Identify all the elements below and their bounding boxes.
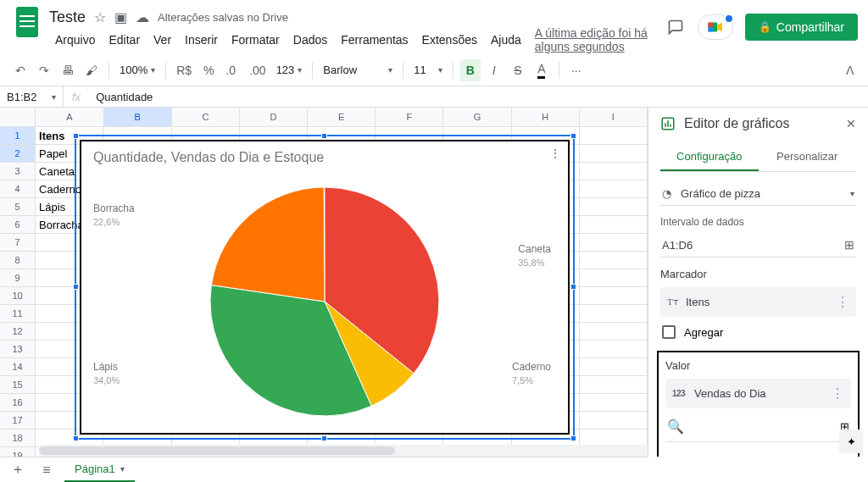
menu-arquivo[interactable]: Arquivo <box>49 30 101 49</box>
meet-button[interactable] <box>698 14 733 40</box>
aggregate-checkbox-row[interactable]: Agregar <box>662 325 856 339</box>
col-header-B[interactable]: B <box>104 108 172 126</box>
cell-I5[interactable] <box>580 198 648 216</box>
select-all-corner[interactable] <box>0 108 36 126</box>
col-header-I[interactable]: I <box>580 108 648 126</box>
cell-I6[interactable] <box>580 216 648 234</box>
name-box[interactable]: B1:B2▾ <box>0 86 64 107</box>
bold-button[interactable]: B <box>460 59 481 81</box>
row-header-15[interactable]: 15 <box>0 376 36 394</box>
cell-I7[interactable] <box>580 234 648 252</box>
menu-ferramentas[interactable]: Ferramentas <box>335 30 414 49</box>
col-header-C[interactable]: C <box>172 108 240 126</box>
collapse-toolbar-button[interactable]: ᐱ <box>846 64 854 77</box>
menu-editar[interactable]: Editar <box>103 30 146 49</box>
star-icon[interactable]: ☆ <box>94 9 106 25</box>
row-header-12[interactable]: 12 <box>0 323 36 341</box>
row-header-14[interactable]: 14 <box>0 358 36 376</box>
more-icon[interactable]: ⋮ <box>836 294 849 310</box>
percent-button[interactable]: % <box>198 59 219 81</box>
spreadsheet-grid[interactable]: ABCDEFGHI 1Itens2Papel3Caneta4Caderno5Lá… <box>0 108 648 457</box>
more-tools-button[interactable]: ··· <box>566 59 587 81</box>
cell-I16[interactable] <box>580 394 648 412</box>
row-header-3[interactable]: 3 <box>0 163 36 180</box>
menu-dados[interactable]: Dados <box>287 30 333 49</box>
row-header-1[interactable]: 1 <box>0 127 36 145</box>
share-button[interactable]: 🔒 Compartilhar <box>745 14 858 41</box>
cell-I2[interactable] <box>580 145 648 163</box>
sheet-tab-1[interactable]: Página1▾ <box>64 457 135 482</box>
pie-chart[interactable]: ⋮ Quantidade, Vendas do Dia e Estoque Ca… <box>80 140 570 435</box>
cell-I8[interactable] <box>580 252 648 269</box>
marker-chip[interactable]: Tᴛ Itens ⋮ <box>660 287 856 317</box>
doc-title[interactable]: Teste <box>49 8 86 26</box>
row-header-16[interactable]: 16 <box>0 394 36 412</box>
col-header-H[interactable]: H <box>512 108 580 126</box>
more-icon[interactable]: ⋮ <box>831 385 844 402</box>
zoom-combo[interactable]: 100%▾ <box>116 64 159 76</box>
cell-I9[interactable] <box>580 269 648 287</box>
row-header-10[interactable]: 10 <box>0 287 36 305</box>
paint-format-button[interactable]: 🖌 <box>81 59 102 81</box>
row-header-17[interactable]: 17 <box>0 412 36 429</box>
value-search[interactable]: 🔍 ⊞ <box>665 415 851 442</box>
formula-bar[interactable]: Quantidade <box>89 91 153 103</box>
cell-I4[interactable] <box>580 180 648 198</box>
text-color-button[interactable]: A <box>531 59 552 81</box>
tab-setup[interactable]: Configuração <box>660 143 759 171</box>
last-edit-link[interactable]: A última edição foi há alguns segundos <box>529 24 665 56</box>
undo-button[interactable]: ↶ <box>10 59 31 81</box>
move-folder-icon[interactable]: ▣ <box>114 9 127 25</box>
menu-inserir[interactable]: Inserir <box>179 30 224 49</box>
cell-I3[interactable] <box>580 163 648 180</box>
sheets-logo[interactable] <box>10 5 44 39</box>
horizontal-scrollbar[interactable] <box>39 445 648 457</box>
comments-icon[interactable] <box>665 17 686 37</box>
menu-ajuda[interactable]: Ajuda <box>485 30 527 49</box>
row-header-5[interactable]: 5 <box>0 198 36 216</box>
menu-ver[interactable]: Ver <box>147 30 177 49</box>
cell-I12[interactable] <box>580 323 648 341</box>
col-header-G[interactable]: G <box>443 108 511 126</box>
cell-I17[interactable] <box>580 412 648 429</box>
chart-selection-frame[interactable]: ⋮ Quantidade, Vendas do Dia e Estoque Ca… <box>75 135 575 440</box>
menu-extensoes[interactable]: Extensões <box>416 30 483 49</box>
explore-button[interactable]: ✦ <box>839 429 863 453</box>
dec-increase-button[interactable]: .00 <box>246 59 269 81</box>
row-header-8[interactable]: 8 <box>0 252 36 269</box>
col-header-A[interactable]: A <box>36 108 103 126</box>
row-header-4[interactable]: 4 <box>0 180 36 198</box>
data-range-input[interactable]: A1:D6 ⊞ <box>660 233 856 258</box>
add-sheet-button[interactable]: ＋ <box>7 459 29 481</box>
font-size-combo[interactable]: 11▾ <box>410 64 445 76</box>
cell-I15[interactable] <box>580 376 648 394</box>
cell-I11[interactable] <box>580 305 648 323</box>
chart-menu-icon[interactable]: ⋮ <box>549 147 561 160</box>
row-header-7[interactable]: 7 <box>0 234 36 252</box>
tab-customize[interactable]: Personalizar <box>759 143 857 171</box>
row-header-13[interactable]: 13 <box>0 341 36 358</box>
row-header-2[interactable]: 2 <box>0 145 36 163</box>
cell-I14[interactable] <box>580 358 648 376</box>
checkbox-icon[interactable] <box>662 325 676 339</box>
row-header-11[interactable]: 11 <box>0 305 36 323</box>
italic-button[interactable]: I <box>484 59 504 81</box>
cell-I1[interactable] <box>580 127 648 145</box>
dec-decrease-button[interactable]: .0 <box>222 59 242 81</box>
chart-type-select[interactable]: ◔ Gráfico de pizza ▾ <box>660 182 856 206</box>
col-header-F[interactable]: F <box>376 108 443 126</box>
row-header-6[interactable]: 6 <box>0 216 36 234</box>
print-button[interactable]: 🖶 <box>58 59 78 81</box>
col-header-E[interactable]: E <box>308 108 376 126</box>
currency-button[interactable]: R$ <box>173 59 195 81</box>
option-quantidade[interactable]: 123Quantidade <box>665 449 851 457</box>
menu-formatar[interactable]: Formatar <box>225 30 286 49</box>
value-chip[interactable]: 123 Vendas do Dia ⋮ <box>665 379 851 408</box>
col-header-D[interactable]: D <box>240 108 308 126</box>
num-format-combo[interactable]: 123▾ <box>273 64 306 76</box>
strike-button[interactable]: S <box>508 59 528 81</box>
close-icon[interactable]: ✕ <box>846 117 856 130</box>
select-range-icon[interactable]: ⊞ <box>844 238 854 252</box>
font-combo[interactable]: Barlow▾ <box>320 64 396 76</box>
row-header-18[interactable]: 18 <box>0 429 36 447</box>
